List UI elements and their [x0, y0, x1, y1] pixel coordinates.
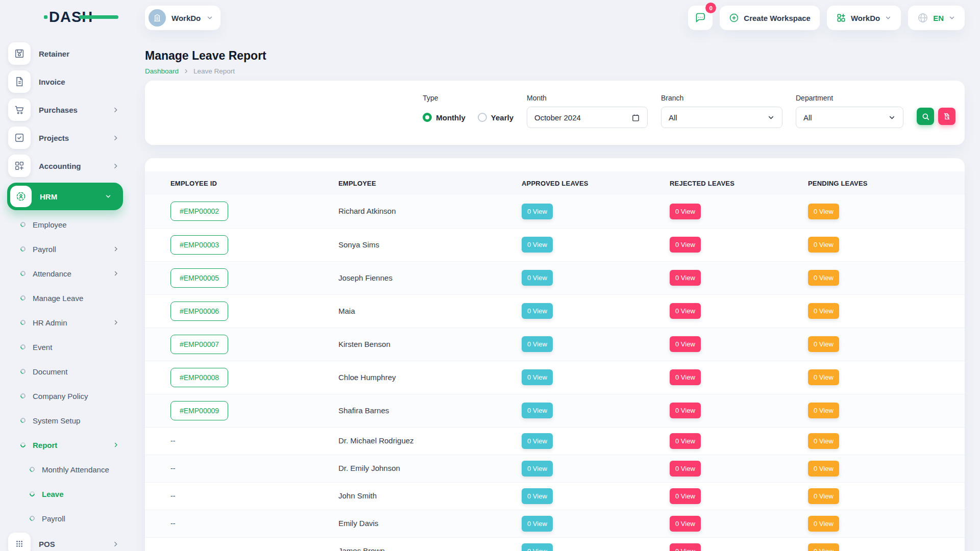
- sidebar-item-accounting[interactable]: Accounting: [8, 155, 122, 177]
- approved-badge[interactable]: 0 View: [522, 433, 553, 449]
- sidebar-item-employee[interactable]: Employee: [8, 214, 122, 235]
- sidebar-item-company-policy[interactable]: Company Policy: [8, 386, 122, 406]
- branch-select[interactable]: All: [661, 107, 782, 128]
- sidebar-item-invoice[interactable]: Invoice: [8, 70, 122, 93]
- pending-badge[interactable]: 0 View: [808, 303, 839, 319]
- sidebar-item-event[interactable]: Event: [8, 337, 122, 357]
- approved-badge[interactable]: 0 View: [522, 237, 553, 253]
- globe-icon: [917, 12, 928, 23]
- radio-icon[interactable]: [423, 113, 432, 122]
- sidebar-item-purchases[interactable]: Purchases: [8, 98, 122, 121]
- create-workspace-button[interactable]: Create Workspace: [720, 6, 820, 30]
- sidebar-item-hrm[interactable]: HRM: [7, 183, 123, 210]
- employee-id-button[interactable]: #EMP00005: [170, 268, 228, 288]
- sidebar-item-attendance[interactable]: Attendance: [8, 263, 122, 284]
- sidebar-item-leave[interactable]: Leave: [8, 484, 122, 504]
- rejected-badge[interactable]: 0 View: [670, 516, 701, 532]
- approved-badge[interactable]: 0 View: [522, 336, 553, 352]
- department-select[interactable]: All: [796, 107, 903, 128]
- sidebar-item-report-payroll[interactable]: Payroll: [8, 508, 122, 529]
- employee-name: Maia: [338, 307, 355, 315]
- employee-id-cell: #EMP00006: [145, 294, 338, 328]
- approved-badge[interactable]: 0 View: [522, 270, 553, 286]
- employee-name: John Smith: [338, 491, 377, 500]
- rejected-badge[interactable]: 0 View: [670, 336, 701, 352]
- pending-badge[interactable]: 0 View: [808, 403, 839, 418]
- pending-badge[interactable]: 0 View: [808, 336, 839, 352]
- radio-icon[interactable]: [478, 113, 487, 122]
- sidebar-item-document[interactable]: Document: [8, 361, 122, 382]
- chevron-right-icon: [113, 246, 122, 252]
- table-row: -- Dr. Emily Johnson 0 View 0 View 0 Vie…: [145, 455, 965, 482]
- sidebar-item-report[interactable]: Report: [8, 435, 122, 455]
- workspace-selector[interactable]: WorkDo: [145, 6, 220, 30]
- sidebar-item-pos[interactable]: POS: [8, 533, 122, 551]
- sidebar-item-retainer[interactable]: Retainer: [8, 42, 122, 65]
- table-row: #EMP00006 Maia 0 View 0 View 0 View: [145, 294, 965, 328]
- sidebar-item-payroll[interactable]: Payroll: [8, 239, 122, 259]
- chevron-down-icon: [948, 14, 955, 21]
- hrm-icon: [10, 186, 32, 207]
- approved-badge[interactable]: 0 View: [522, 461, 553, 477]
- employee-id-button[interactable]: #EMP00002: [170, 202, 228, 221]
- employee-id-button[interactable]: #EMP00009: [170, 401, 228, 420]
- employee-id-button[interactable]: #EMP00007: [170, 335, 228, 354]
- rejected-badge[interactable]: 0 View: [670, 270, 701, 286]
- save-icon: [8, 42, 31, 65]
- approved-badge[interactable]: 0 View: [522, 488, 553, 504]
- approved-badge[interactable]: 0 View: [522, 204, 553, 219]
- breadcrumb-dashboard-link[interactable]: Dashboard: [145, 67, 179, 75]
- approved-badge[interactable]: 0 View: [522, 516, 553, 532]
- sidebar-item-label: HRM: [40, 192, 57, 201]
- pending-badge[interactable]: 0 View: [808, 433, 839, 449]
- sidebar-item-manage-leave[interactable]: Manage Leave: [8, 288, 122, 308]
- rejected-badge[interactable]: 0 View: [670, 237, 701, 253]
- building-icon: [152, 13, 162, 23]
- table-row: #EMP00002 Richard Atkinson 0 View 0 View…: [145, 195, 965, 228]
- approved-badge[interactable]: 0 View: [522, 369, 553, 385]
- pending-badge[interactable]: 0 View: [808, 488, 839, 504]
- employee-id-button[interactable]: #EMP00008: [170, 368, 228, 387]
- month-label: Month: [527, 94, 648, 102]
- radio-yearly[interactable]: Yearly: [478, 113, 513, 122]
- search-button[interactable]: [917, 108, 934, 125]
- pending-badge[interactable]: 0 View: [808, 516, 839, 532]
- sidebar-item-projects[interactable]: Projects: [8, 127, 122, 149]
- pending-badge[interactable]: 0 View: [808, 237, 839, 253]
- rejected-badge[interactable]: 0 View: [670, 369, 701, 385]
- reset-button[interactable]: [938, 108, 955, 125]
- sidebar-item-monthly-attendance[interactable]: Monthly Attendance: [8, 459, 122, 480]
- pending-badge[interactable]: 0 View: [808, 369, 839, 385]
- language-selector[interactable]: EN: [908, 6, 965, 30]
- radio-monthly[interactable]: Monthly: [423, 113, 465, 122]
- branch-label: Branch: [661, 94, 782, 102]
- rejected-badge[interactable]: 0 View: [670, 488, 701, 504]
- dash-logo[interactable]: DASH: [44, 8, 120, 28]
- workspace-menu-button[interactable]: WorkDo: [827, 6, 901, 30]
- calendar-icon[interactable]: [631, 113, 640, 122]
- messages-button[interactable]: 0: [688, 6, 713, 30]
- rejected-badge[interactable]: 0 View: [670, 433, 701, 449]
- sidebar-item-label: Invoice: [39, 78, 65, 86]
- sidebar-item-system-setup[interactable]: System Setup: [8, 410, 122, 431]
- rejected-badge[interactable]: 0 View: [670, 303, 701, 319]
- approved-badge[interactable]: 0 View: [522, 403, 553, 418]
- pending-badge[interactable]: 0 View: [808, 461, 839, 477]
- rejected-badge[interactable]: 0 View: [670, 543, 701, 551]
- sidebar-item-hr-admin[interactable]: HR Admin: [8, 312, 122, 333]
- create-workspace-label: Create Workspace: [744, 14, 811, 22]
- rejected-badge[interactable]: 0 View: [670, 204, 701, 219]
- rejected-badge[interactable]: 0 View: [670, 461, 701, 477]
- approved-badge[interactable]: 0 View: [522, 303, 553, 319]
- rejected-badge[interactable]: 0 View: [670, 403, 701, 418]
- employee-id-button[interactable]: #EMP00003: [170, 235, 228, 255]
- pending-badge[interactable]: 0 View: [808, 270, 839, 286]
- pending-badge[interactable]: 0 View: [808, 543, 839, 551]
- approved-badge[interactable]: 0 View: [522, 543, 553, 551]
- employee-id-cell: --: [145, 455, 338, 482]
- pending-badge[interactable]: 0 View: [808, 204, 839, 219]
- bullet-icon: [19, 221, 27, 228]
- employee-id-button[interactable]: #EMP00006: [170, 302, 228, 321]
- month-input[interactable]: October 2024: [527, 107, 648, 128]
- employee-id-cell: #EMP00003: [145, 228, 338, 261]
